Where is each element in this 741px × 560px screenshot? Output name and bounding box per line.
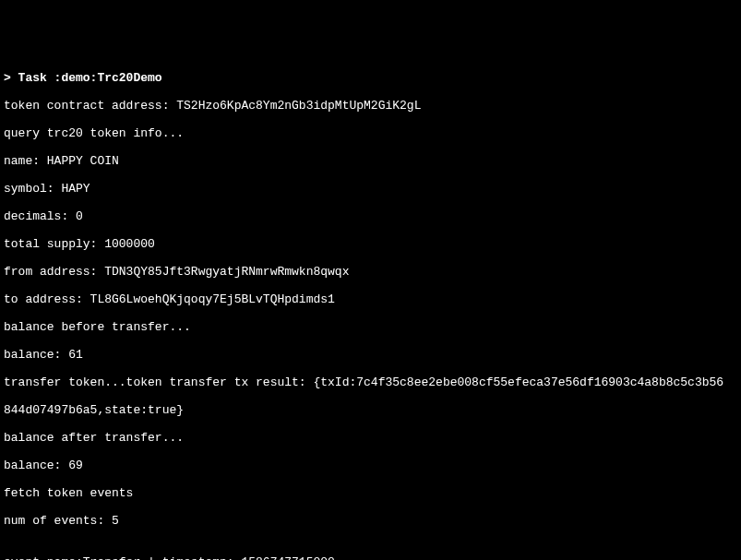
decimals-line: decimals: 0 <box>4 209 737 223</box>
bal-after-line: balance after transfer... <box>4 431 737 445</box>
name-line: name: HAPPY COIN <box>4 154 737 168</box>
event-header: event name:Transfer | timestamp: 1586747… <box>4 555 737 560</box>
balance1-line: balance: 61 <box>4 348 737 362</box>
contract-line: token contract address: TS2Hzo6KpAc8Ym2n… <box>4 99 737 113</box>
bal-before-line: balance before transfer... <box>4 320 737 334</box>
fetch-line: fetch token events <box>4 486 737 500</box>
event-block: event name:Transfer | timestamp: 1586747… <box>4 542 737 560</box>
to-line: to address: TL8G6LwoehQKjqoqy7Ej5BLvTQHp… <box>4 292 737 306</box>
terminal-output: > Task :demo:Trc20Demo token contract ad… <box>0 55 741 560</box>
transfer-line2: 844d07497b6a5,state:true} <box>4 403 737 417</box>
transfer-line1: transfer token...token transfer tx resul… <box>4 375 737 389</box>
supply-line: total supply: 1000000 <box>4 237 737 251</box>
symbol-line: symbol: HAPY <box>4 182 737 196</box>
balance2-line: balance: 69 <box>4 459 737 472</box>
numevents-line: num of events: 5 <box>4 514 737 528</box>
query-line: query trc20 token info... <box>4 126 737 140</box>
from-line: from address: TDN3QY85Jft3RwgyatjRNmrwRm… <box>4 265 737 279</box>
task-header: > Task :demo:Trc20Demo <box>4 71 737 85</box>
